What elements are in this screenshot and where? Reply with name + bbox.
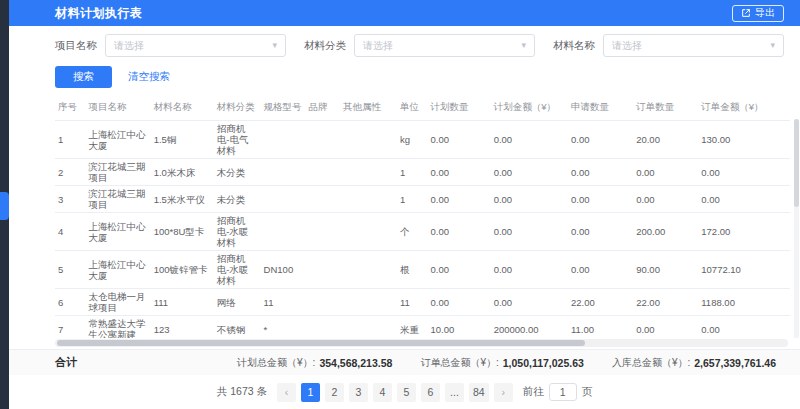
table-cell: 上海松江中心大厦 [86, 121, 151, 159]
table-cell: 0.00 [568, 186, 633, 213]
table-cell: 0.00 [568, 251, 633, 289]
action-bar: 搜索 清空搜索 [9, 57, 800, 95]
clear-search-button[interactable]: 清空搜索 [128, 70, 170, 84]
horizontal-scrollbar-thumb[interactable] [57, 340, 585, 346]
table-cell: 不锈钢 [214, 316, 261, 339]
page-button-84[interactable]: 84 [469, 383, 489, 402]
table-area: 序号项目名称材料名称材料分类规格型号品牌其他属性单位计划数量计划金额（¥）申请数… [9, 95, 800, 338]
page-button-4[interactable]: 4 [373, 383, 392, 402]
next-page-button[interactable]: › [494, 383, 513, 402]
page-ellipsis[interactable]: ... [445, 383, 464, 402]
search-button[interactable]: 搜索 [55, 66, 112, 88]
filter-group-1: 项目名称请选择▾ [55, 34, 286, 57]
page-button-3[interactable]: 3 [349, 383, 368, 402]
table-cell: 0.00 [568, 121, 633, 159]
table-cell [305, 213, 340, 251]
table-cell: 招商机电-电气材料 [214, 121, 261, 159]
table-cell: 7 [55, 316, 86, 339]
table-cell: 招商机电-水暖材料 [214, 251, 261, 289]
summary-items: 计划总金额（¥）:354,568,213.58订单总金额（¥）:1,050,11… [237, 356, 776, 370]
table-cell: 滨江花城三期项目 [86, 159, 151, 186]
table-row: 1上海松江中心大厦1.5铜招商机电-电气材料kg0.000.000.0020.0… [55, 121, 790, 159]
table-cell: 100镀锌管卡 [151, 251, 214, 289]
table-cell: 22.00 [633, 289, 698, 316]
table-cell: 0.00 [428, 251, 491, 289]
filter-select[interactable]: 请选择▾ [105, 34, 286, 57]
page-button-2[interactable]: 2 [325, 383, 344, 402]
table-cell: 1 [397, 159, 428, 186]
table-cell [340, 289, 397, 316]
table-cell: 0.00 [568, 159, 633, 186]
table-cell [340, 159, 397, 186]
table-cell: 1 [397, 186, 428, 213]
table-cell: 0.00 [428, 186, 491, 213]
chevron-down-icon: ▾ [272, 41, 277, 50]
page-button-1[interactable]: 1 [301, 383, 320, 402]
table-cell [305, 159, 340, 186]
collapsed-sidebar [0, 0, 9, 409]
table-cell: 招商机电-水暖材料 [214, 213, 261, 251]
table-cell: 上海松江中心大厦 [86, 251, 151, 289]
table-cell: 11 [261, 289, 306, 316]
materials-table: 序号项目名称材料名称材料分类规格型号品牌其他属性单位计划数量计划金额（¥）申请数… [55, 95, 790, 338]
table-cell: 0.00 [491, 121, 568, 159]
table-cell: 4 [55, 213, 86, 251]
horizontal-scrollbar[interactable] [55, 339, 788, 347]
summary-row: 合计 计划总金额（¥）:354,568,213.58订单总金额（¥）:1,050… [9, 349, 800, 375]
table-cell [305, 316, 340, 339]
column-header: 其他属性 [340, 95, 397, 121]
vertical-scrollbar[interactable] [794, 119, 799, 338]
table-cell: 0.00 [698, 316, 790, 339]
page-header: 材料计划执行表 导出 [9, 0, 800, 26]
table-cell: 0.00 [633, 186, 698, 213]
table-cell: 2 [55, 159, 86, 186]
table-row: 2滨江花城三期项目1.0米木床木分类10.000.000.000.000.00 [55, 159, 790, 186]
table-cell: 未分类 [214, 186, 261, 213]
filter-placeholder: 请选择 [114, 39, 144, 53]
summary-item-value: 1,050,117,025.63 [503, 357, 584, 369]
table-cell: 0.00 [428, 289, 491, 316]
goto-label-suffix: 页 [582, 385, 593, 399]
prev-page-button[interactable]: ‹ [277, 383, 296, 402]
page-button-5[interactable]: 5 [397, 383, 416, 402]
filter-select[interactable]: 请选择▾ [603, 34, 784, 57]
column-header: 材料名称 [151, 95, 214, 121]
sidebar-expand-handle[interactable] [0, 192, 9, 220]
table-cell: 0.00 [568, 213, 633, 251]
goto-page-input[interactable] [549, 383, 577, 401]
table-cell: 3 [55, 186, 86, 213]
page-button-6[interactable]: 6 [421, 383, 440, 402]
table-cell: 太仓电梯一月球项目 [86, 289, 151, 316]
filter-label: 材料分类 [304, 39, 346, 53]
page-title: 材料计划执行表 [55, 5, 143, 22]
column-header: 单位 [397, 95, 428, 121]
table-cell: 0.00 [428, 213, 491, 251]
summary-item: 订单总金额（¥）:1,050,117,025.63 [420, 356, 584, 370]
summary-item: 计划总金额（¥）:354,568,213.58 [237, 356, 392, 370]
export-label: 导出 [755, 6, 775, 20]
vertical-scrollbar-thumb[interactable] [794, 119, 799, 207]
table-cell: 0.00 [698, 186, 790, 213]
table-cell [305, 186, 340, 213]
summary-item-value: 2,657,339,761.46 [694, 357, 776, 369]
table-cell: * [261, 316, 306, 339]
table-row: 5上海松江中心大厦100镀锌管卡招商机电-水暖材料DN100根0.000.000… [55, 251, 790, 289]
table-cell [261, 213, 306, 251]
pagination: 共 1673 条 ‹123456...84› 前往 页 [9, 375, 800, 409]
table-cell: 滨江花城三期项目 [86, 186, 151, 213]
table-header: 序号项目名称材料名称材料分类规格型号品牌其他属性单位计划数量计划金额（¥）申请数… [55, 95, 790, 121]
table-cell: 130.00 [698, 121, 790, 159]
column-header: 项目名称 [86, 95, 151, 121]
table-row: 4上海松江中心大厦100*8U型卡招商机电-水暖材料个0.000.000.002… [55, 213, 790, 251]
filter-select[interactable]: 请选择▾ [354, 34, 535, 57]
table-cell [261, 121, 306, 159]
table-cell [340, 316, 397, 339]
table-row: 6太仓电梯一月球项目111网络11110.000.0022.0022.00118… [55, 289, 790, 316]
table-cell: 10772.10 [698, 251, 790, 289]
filter-group-3: 材料名称请选择▾ [553, 34, 784, 57]
export-button[interactable]: 导出 [732, 5, 784, 22]
table-cell: 上海松江中心大厦 [86, 213, 151, 251]
table-cell: 网络 [214, 289, 261, 316]
table-cell: 0.00 [491, 159, 568, 186]
table-cell: 个 [397, 213, 428, 251]
